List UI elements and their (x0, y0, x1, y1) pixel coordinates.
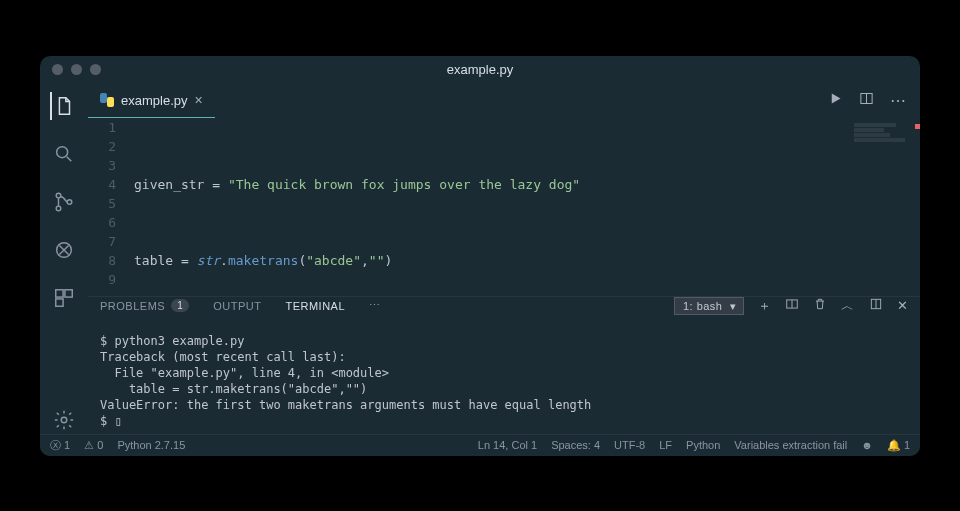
source-control-icon[interactable] (50, 188, 78, 216)
editor-actions: ⋯ (828, 91, 920, 110)
tab-terminal[interactable]: TERMINAL (285, 300, 345, 312)
bottom-panel: PROBLEMS 1 OUTPUT TERMINAL ⋯ 1: bash ＋ ︿… (88, 296, 920, 434)
tab-example-py[interactable]: example.py × (88, 84, 215, 118)
titlebar: example.py (40, 56, 920, 84)
maximize-panel-icon[interactable] (869, 297, 883, 314)
close-tab-icon[interactable]: × (194, 92, 202, 108)
terminal-output[interactable]: $ python3 example.pyTraceback (most rece… (88, 315, 920, 456)
search-icon[interactable] (50, 140, 78, 168)
close-window-icon[interactable] (52, 64, 63, 75)
problems-count-badge: 1 (171, 299, 189, 312)
svg-rect-5 (56, 289, 63, 296)
settings-icon[interactable] (50, 406, 78, 434)
window-body: example.py × ⋯ 123456789 given_str = "Th… (40, 84, 920, 434)
python-file-icon (100, 93, 114, 107)
kill-terminal-icon[interactable] (813, 297, 827, 314)
panel-actions: 1: bash ＋ ︿ ✕ (674, 297, 908, 315)
window-controls (52, 64, 101, 75)
terminal-selector[interactable]: 1: bash (674, 297, 744, 315)
editor-window: example.py (40, 56, 920, 456)
tab-output[interactable]: OUTPUT (213, 300, 261, 312)
svg-point-0 (57, 146, 68, 157)
code-editor[interactable]: 123456789 given_str = "The quick brown f… (88, 118, 920, 296)
tab-problems[interactable]: PROBLEMS 1 (100, 299, 189, 312)
run-icon[interactable] (828, 91, 843, 110)
extensions-icon[interactable] (50, 284, 78, 312)
window-title: example.py (447, 62, 513, 77)
debug-icon[interactable] (50, 236, 78, 264)
close-panel-icon[interactable]: ✕ (897, 298, 909, 313)
split-editor-icon[interactable] (859, 91, 874, 110)
more-actions-icon[interactable]: ⋯ (890, 91, 906, 110)
activity-bar (40, 84, 88, 434)
svg-point-2 (56, 206, 61, 211)
maximize-window-icon[interactable] (90, 64, 101, 75)
svg-point-8 (61, 417, 67, 423)
panel-more-icon[interactable]: ⋯ (369, 299, 381, 312)
new-terminal-icon[interactable]: ＋ (758, 297, 772, 315)
split-terminal-icon[interactable] (785, 297, 799, 314)
panel-chevron-up-icon[interactable]: ︿ (841, 297, 855, 315)
line-gutter: 123456789 (88, 118, 134, 296)
panel-tabs: PROBLEMS 1 OUTPUT TERMINAL ⋯ 1: bash ＋ ︿… (88, 297, 920, 315)
overview-ruler-error (915, 124, 920, 129)
status-errors[interactable]: ⓧ 1 (50, 438, 70, 453)
tab-label: example.py (121, 93, 187, 108)
svg-point-1 (56, 193, 61, 198)
main-area: example.py × ⋯ 123456789 given_str = "Th… (88, 84, 920, 434)
svg-rect-7 (56, 298, 63, 305)
minimize-window-icon[interactable] (71, 64, 82, 75)
explorer-icon[interactable] (50, 92, 78, 120)
code-content[interactable]: given_str = "The quick brown fox jumps o… (134, 118, 920, 296)
svg-point-3 (67, 199, 72, 204)
svg-rect-6 (65, 289, 72, 296)
tab-bar: example.py × ⋯ (88, 84, 920, 118)
